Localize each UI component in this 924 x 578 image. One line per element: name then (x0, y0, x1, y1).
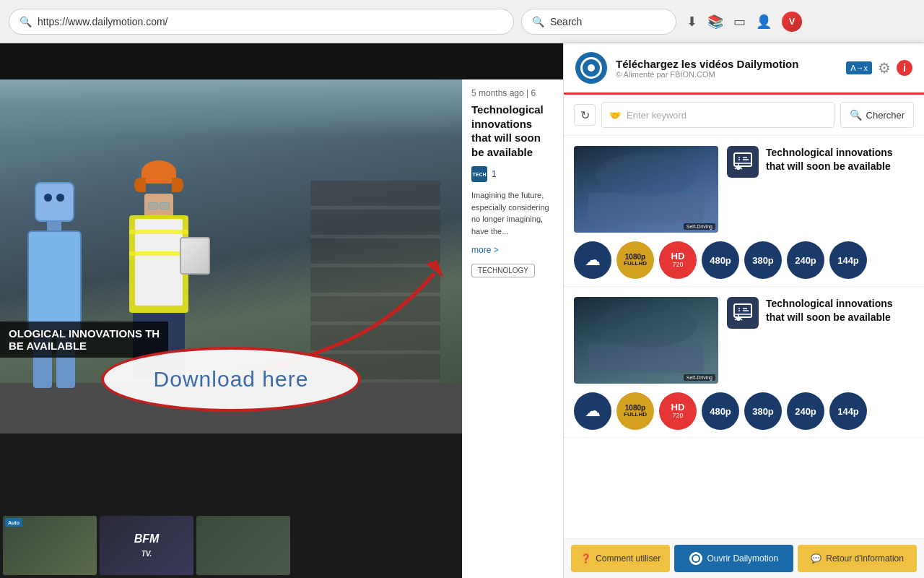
ext-footer: ❓ Comment utiliser Ouvrir Dailymotion 💬 … (564, 538, 924, 578)
comment-utiliser-btn[interactable]: ❓ Comment utiliser (571, 545, 670, 572)
download-text[interactable]: Download here (154, 367, 309, 392)
result-1-144p-btn[interactable]: 144p (829, 241, 867, 279)
ext-subtitle-text: © Alimenté par FBION.COM (616, 70, 837, 79)
keyword-input-field[interactable]: 🤝 Enter keyword (601, 102, 834, 128)
chercher-button[interactable]: 🔍 Chercher (840, 102, 914, 128)
read-more-link[interactable]: more > (471, 245, 499, 255)
result-2-380p-btn[interactable]: 380p (744, 392, 782, 430)
download-ellipse[interactable]: Download here (101, 347, 361, 412)
profile-icon[interactable]: 👤 (756, 14, 772, 30)
video-timestamp: 5 months ago | 6 (471, 88, 554, 98)
dm-header-bar (0, 43, 563, 79)
thumbnail-strip: Auto BFMTV. (0, 513, 462, 578)
download-here-overlay[interactable]: Download here (101, 347, 361, 412)
overlay-line1: OLOGICAL INNOVATIONS TH (9, 327, 160, 340)
keyword-emoji: 🤝 (609, 110, 621, 121)
result-1-1080p-btn[interactable]: 1080p FULLHD (616, 241, 654, 279)
video-results-list: Self-Driving (564, 136, 924, 538)
channel-row: TECH 1 (471, 166, 554, 182)
thumb-item-1[interactable]: Auto (3, 516, 97, 575)
result-1-top: Self-Driving (574, 146, 914, 233)
view-count: 1 (492, 169, 497, 179)
thumb-item-2[interactable]: BFMTV. (100, 516, 193, 575)
channel-icon: TECH (471, 166, 487, 182)
ext-header-icons: A→x ⚙ i (846, 59, 912, 77)
result-1-cloud-btn[interactable]: ☁ (574, 241, 611, 279)
dailymotion-page: OLOGICAL INNOVATIONS TH BE AVAILABLE Dow… (0, 43, 563, 578)
result-2-top: Self-Driving (574, 297, 914, 384)
keyword-row: ↻ 🤝 Enter keyword 🔍 Chercher (564, 95, 924, 136)
result-2-240p-btn[interactable]: 240p (787, 392, 824, 430)
result-1-380p-btn[interactable]: 380p (744, 241, 782, 279)
result-1-info: Technological innovations that will soon… (727, 146, 914, 178)
ouvrir-dailymotion-btn[interactable]: Ouvrir Dailymotion (674, 545, 793, 572)
refresh-button[interactable]: ↻ (574, 104, 596, 126)
extension-popup: Téléchargez les vidéos Dailymotion © Ali… (563, 43, 924, 578)
technology-tag[interactable]: TECHNOLOGY (471, 264, 535, 277)
bookmarks-icon[interactable]: 📚 (707, 14, 723, 30)
browser-chrome: 🔍 https://www.dailymotion.com/ 🔍 Search … (0, 0, 924, 43)
retour-label: Retour d'information (826, 553, 904, 564)
video-result-item-1: Self-Driving (564, 136, 924, 287)
download-icon[interactable]: ⬇ (687, 14, 697, 30)
video-result-item-2: Self-Driving (564, 287, 924, 438)
info-icon[interactable]: i (897, 60, 912, 76)
retour-icon: 💬 (811, 553, 821, 564)
result-1-quality-row: ☁ 1080p FULLHD HD 720 480p 380p (574, 241, 914, 279)
dm-logo-small (689, 552, 702, 565)
result-1-hd720-btn[interactable]: HD 720 (659, 241, 697, 279)
main-area: OLOGICAL INNOVATIONS TH BE AVAILABLE Dow… (0, 43, 924, 578)
keyword-placeholder: Enter keyword (627, 110, 687, 121)
result-2-480p-btn[interactable]: 480p (702, 392, 739, 430)
browser-icons: ⬇ 📚 ▭ 👤 V (687, 12, 802, 32)
ceiling-lights (0, 79, 462, 137)
video-title-text: Technological innovations that will soon… (471, 103, 554, 159)
comment-label: Comment utiliser (596, 553, 661, 564)
address-bar[interactable]: 🔍 https://www.dailymotion.com/ (9, 9, 514, 35)
result-1-thumbnail[interactable]: Self-Driving (574, 146, 718, 233)
ext-title-text: Téléchargez les vidéos Dailymotion (616, 58, 837, 70)
result-2-thumbnail[interactable]: Self-Driving (574, 297, 718, 384)
result-2-144p-btn[interactable]: 144p (829, 392, 867, 430)
search-icon: 🔍 (19, 16, 32, 27)
result-1-icon (727, 146, 759, 178)
result-2-quality-row: ☁ 1080p FULLHD HD 720 480p 380p (574, 392, 914, 430)
result-2-info: Technological innovations that will soon… (727, 297, 914, 329)
ext-header: Téléchargez les vidéos Dailymotion © Ali… (564, 43, 924, 95)
gear-icon[interactable]: ⚙ (878, 59, 891, 77)
browser-search-icon: 🔍 (532, 16, 544, 27)
result-2-title: Technological innovations that will soon… (766, 297, 914, 324)
browser-search-bar[interactable]: 🔍 Search (521, 9, 676, 35)
result-1-240p-btn[interactable]: 240p (787, 241, 824, 279)
ext-title-area: Téléchargez les vidéos Dailymotion © Ali… (616, 58, 837, 79)
video-description: Imagining the future, especially conside… (471, 189, 554, 237)
video-info-strip: 5 months ago | 6 Technological innovatio… (462, 79, 563, 578)
retour-info-btn[interactable]: 💬 Retour d'information (798, 545, 917, 572)
ext-logo (575, 52, 607, 84)
result-1-480p-btn[interactable]: 480p (702, 241, 739, 279)
result-2-icon (727, 297, 759, 329)
chercher-label: Chercher (866, 110, 905, 121)
thumb-item-3[interactable] (196, 516, 290, 575)
result-1-title: Technological innovations that will soon… (766, 146, 914, 173)
address-text: https://www.dailymotion.com/ (38, 16, 168, 27)
reader-icon[interactable]: ▭ (733, 14, 746, 30)
translate-icon[interactable]: A→x (846, 61, 872, 74)
ouvrir-label: Ouvrir Dailymotion (707, 553, 778, 564)
video-player[interactable]: OLOGICAL INNOVATIONS TH BE AVAILABLE Dow… (0, 79, 462, 434)
search-icon: 🔍 (850, 109, 862, 121)
result-2-hd720-btn[interactable]: HD 720 (659, 392, 697, 430)
comment-icon: ❓ (580, 553, 591, 564)
browser-search-text: Search (550, 16, 582, 27)
result-2-1080p-btn[interactable]: 1080p FULLHD (616, 392, 654, 430)
result-2-cloud-btn[interactable]: ☁ (574, 392, 611, 430)
vivaldi-icon[interactable]: V (782, 12, 802, 32)
